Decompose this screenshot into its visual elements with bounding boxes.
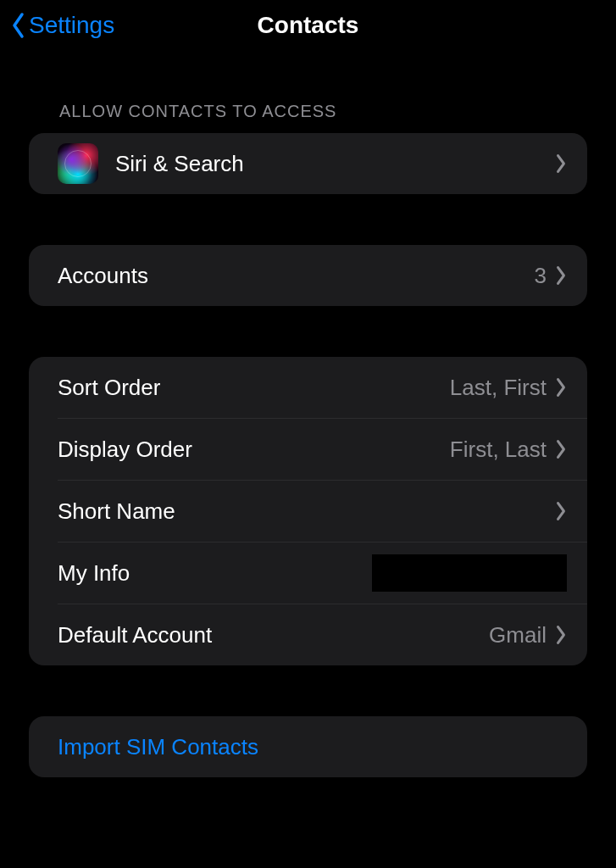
my-info-redacted xyxy=(372,554,567,592)
row-import-sim-contacts[interactable]: Import SIM Contacts xyxy=(29,716,587,777)
back-label: Settings xyxy=(29,12,114,39)
chevron-right-icon xyxy=(555,153,567,174)
row-value: First, Last xyxy=(450,437,547,463)
row-sort-order[interactable]: Sort Order Last, First xyxy=(29,357,587,418)
row-default-account[interactable]: Default Account Gmail xyxy=(29,604,587,665)
row-value: Last, First xyxy=(450,375,547,401)
row-label: Short Name xyxy=(58,498,555,525)
row-label: Import SIM Contacts xyxy=(58,734,567,760)
chevron-right-icon xyxy=(555,265,567,286)
page-title: Contacts xyxy=(258,12,359,39)
row-siri-search[interactable]: Siri & Search xyxy=(29,133,587,194)
row-accounts[interactable]: Accounts 3 xyxy=(29,245,587,306)
group-siri: Siri & Search xyxy=(29,133,587,194)
chevron-right-icon xyxy=(555,377,567,398)
row-display-order[interactable]: Display Order First, Last xyxy=(29,419,587,480)
row-label: Display Order xyxy=(58,437,450,463)
group-import: Import SIM Contacts xyxy=(29,716,587,777)
row-value: 3 xyxy=(535,263,547,289)
nav-bar: Settings Contacts xyxy=(0,0,616,51)
chevron-right-icon xyxy=(555,625,567,645)
back-button[interactable]: Settings xyxy=(10,11,114,40)
chevron-left-icon xyxy=(10,11,27,40)
row-label: My Info xyxy=(58,560,372,587)
group-accounts: Accounts 3 xyxy=(29,245,587,306)
section-header: ALLOW CONTACTS TO ACCESS xyxy=(0,51,616,133)
chevron-right-icon xyxy=(555,439,567,459)
group-preferences: Sort Order Last, First Display Order Fir… xyxy=(29,357,587,665)
row-value: Gmail xyxy=(489,622,547,648)
siri-icon xyxy=(58,143,98,184)
row-my-info[interactable]: My Info xyxy=(29,542,587,604)
row-label: Siri & Search xyxy=(115,151,555,177)
row-label: Default Account xyxy=(58,622,489,648)
row-short-name[interactable]: Short Name xyxy=(29,481,587,542)
row-label: Accounts xyxy=(58,263,535,289)
row-label: Sort Order xyxy=(58,375,450,401)
chevron-right-icon xyxy=(555,501,567,521)
